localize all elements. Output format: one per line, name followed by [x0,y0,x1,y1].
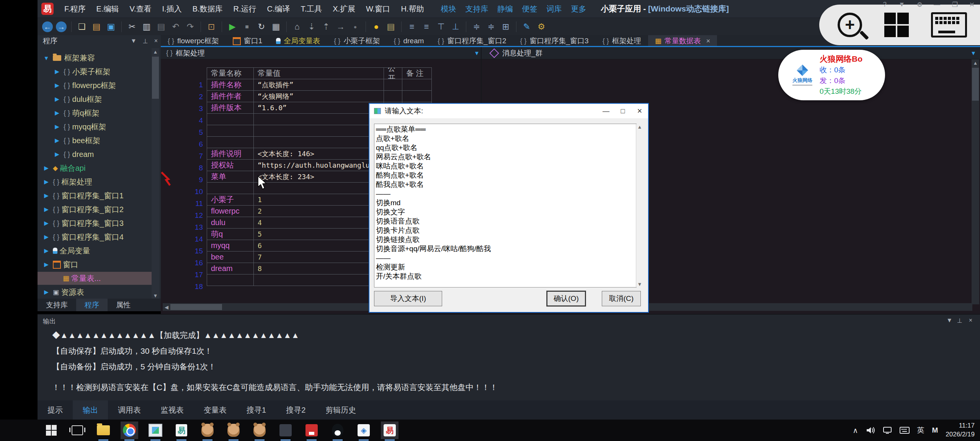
tree-item[interactable]: ▶{ } myqq框架 [53,120,106,133]
tab-search2[interactable]: 搜寻2 [276,400,315,420]
save-icon[interactable]: ▣ [105,20,118,33]
menu-link-module[interactable]: 模块 [436,4,461,14]
titlebar-help-icon[interactable]: ? [883,1,887,8]
table-cell-value[interactable]: 5 [254,229,384,240]
table-cell-value[interactable]: <文本长度: 234> [254,171,384,183]
tab-output[interactable]: 输出 [73,400,108,420]
table-cell-name[interactable]: flowerpc [207,206,254,217]
confirm-button[interactable]: 确认(O) [547,291,586,306]
copy-icon[interactable]: ▥ [140,20,153,33]
table-cell-value[interactable]: 4 [254,217,384,229]
table-cell-name[interactable]: 插件作者 [207,91,254,102]
tab-window-program-set-2[interactable]: { }窗口程序集_窗口2 [431,35,513,47]
table-cell-value[interactable]: 7 [254,252,384,263]
menu-item-insert[interactable]: I.插入 [157,4,187,14]
yi-language-doc-icon[interactable]: 易 [173,421,190,439]
volume-icon[interactable] [866,426,875,434]
table-cell-name[interactable] [207,183,254,194]
table-cell-public[interactable] [384,91,402,102]
start-button[interactable] [42,421,60,439]
scroll-up-icon[interactable]: ▲ [636,124,643,130]
table-cell-value[interactable] [254,114,384,125]
magnifier-icon[interactable]: + [838,13,862,37]
tab-search1[interactable]: 搜寻1 [237,400,276,420]
tab-global-variables[interactable]: 全局变量表 [269,35,327,47]
close-icon[interactable]: × [631,105,648,117]
tree-item[interactable]: ▶{ } 窗口程序集_窗口2 [42,203,124,216]
restore-icon[interactable]: ❐ [952,1,958,9]
table-cell-value[interactable] [254,274,384,286]
output-close-icon[interactable]: × [969,317,972,324]
table-cell-name[interactable]: 插件名称 [207,79,254,91]
options-icon[interactable]: ⚙ [535,20,548,33]
align-top-icon[interactable]: ⊤ [434,20,448,33]
table-cell-name[interactable]: dream [207,263,254,274]
table-cell-value[interactable]: <文本长度: 146> [254,148,384,160]
tab-window1[interactable]: 窗口1 [226,35,270,47]
minimize-icon[interactable]: — [598,105,614,117]
tab-call-table[interactable]: 调用表 [108,400,151,420]
edit-pen-icon[interactable]: ✎ [520,20,533,33]
space-evenly-icon[interactable]: ⊞ [499,20,512,33]
table-cell-public[interactable] [384,79,402,91]
menu-item-view[interactable]: V.查看 [124,4,157,14]
tree-item[interactable]: ▶{ } 窗口程序集_窗口4 [42,230,124,243]
dialog-textarea[interactable]: ══点歌菜单══ 点歌+歌名 qq点歌+歌名 网易云点歌+歌名 咪咕点歌+歌名 … [374,124,637,287]
menu-link-lexicon[interactable]: 词库 [542,4,566,14]
tray-chevron-icon[interactable]: ∧ [853,426,858,435]
table-cell-name[interactable]: 萌q [207,229,254,240]
keyboard-icon[interactable] [931,12,967,38]
menu-item-compile[interactable]: C.编译 [262,4,296,14]
table-cell-value[interactable] [254,183,384,194]
tab-watch-table[interactable]: 监视表 [151,400,194,420]
grid-panel-icon[interactable] [884,13,909,37]
tree-item[interactable]: ▶{ } flowerpc框架 [53,79,116,92]
pane1-dropdown-icon[interactable]: ▼ [474,50,480,56]
pane2-dropdown-icon[interactable]: ▼ [970,50,976,56]
tab-support-library[interactable]: 支持库 [38,299,76,311]
tree-item[interactable]: ▶{ } dream [53,148,94,161]
pin-icon[interactable]: ⊥ [957,317,962,324]
scroll-up-icon[interactable]: ▲ [972,60,979,66]
yi-language-icon[interactable]: 易 [381,421,399,439]
tab-variable-table[interactable]: 变量表 [194,400,237,420]
tree-item[interactable]: ▶{ } 萌q框架 [53,106,100,119]
table-cell-value[interactable]: 1 [254,194,384,206]
step-out-icon[interactable]: ⇡ [320,20,333,33]
file-explorer-icon[interactable] [95,421,112,439]
align-bottom-icon[interactable]: ⊥ [449,20,462,33]
menu-item-tools[interactable]: T.工具 [296,4,328,14]
qq-icon[interactable] [329,421,346,439]
tree-item[interactable]: ▶{ } 框架处理 [42,175,92,188]
table-cell-name[interactable] [207,137,254,148]
tray-clock[interactable]: 11:17 2026/2/19 [946,421,975,439]
tree-item[interactable]: ▶{ } 窗口程序集_窗口3 [42,217,124,230]
table-cell-value[interactable]: “火狼网络” [254,91,384,102]
tab-window-program-set-3[interactable]: { }窗口程序集_窗口3 [513,35,595,47]
minimize-icon[interactable]: — [934,1,940,8]
huolang-status-widget[interactable]: 火狼网络 火狼网络Bo 收：0条 发：0条 0天13时38分 [778,50,885,100]
step-over-icon[interactable]: → [334,20,347,33]
display-icon[interactable] [883,426,892,434]
table-cell-name[interactable] [207,125,254,137]
tips-bulb-icon[interactable]: ● [370,20,383,33]
sidebar-scrollbar[interactable]: ▲ ▼ [152,48,159,299]
import-text-button[interactable]: 导入文本(I) [374,291,442,306]
tab-hints[interactable]: 提示 [38,400,73,420]
tab-constant-table-active[interactable]: ▦常量数据表× [648,35,717,47]
table-cell-name[interactable]: myqq [207,240,254,252]
tree-item-fusion-api[interactable]: ▶◆ 融合api [42,162,85,175]
menu-item-window[interactable]: W.窗口 [361,4,395,14]
table-cell-name[interactable]: 插件说明 [207,148,254,160]
tree-item-resource-table[interactable]: ▶▣ 资源表 [42,286,84,299]
scroll-down-icon[interactable]: ▼ [636,281,643,287]
tab-program[interactable]: 程序 [76,299,108,311]
scroll-left-icon[interactable]: ◀ [163,304,170,310]
table-cell-value[interactable]: 8 [254,263,384,274]
tab-flowerpc-framework[interactable]: { }flowerpc框架 [161,35,226,47]
align-right-icon[interactable]: ≡ [420,20,433,33]
tree-item[interactable]: ▶{ } bee框架 [53,134,100,147]
table-cell-value[interactable]: “https://auth.huolangwangluo.top/” [254,160,384,171]
dialog-scrollbar[interactable]: ▲ ▼ [636,124,643,287]
tree-item-global-variables[interactable]: ▶ 全局变量 [42,244,90,257]
